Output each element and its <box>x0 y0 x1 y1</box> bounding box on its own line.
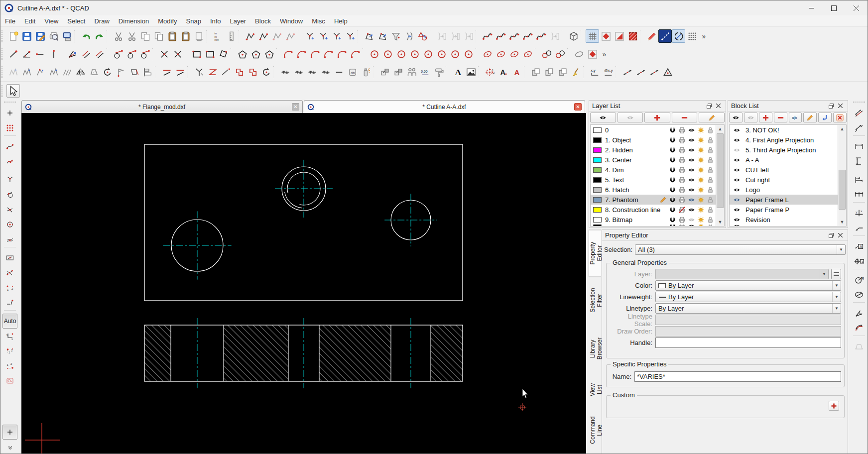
toolbar-drag-handle[interactable] <box>1 66 5 78</box>
spray-icon[interactable] <box>359 66 372 79</box>
circle-pair2-icon[interactable] <box>553 48 567 61</box>
db-icon[interactable]: db <box>346 66 359 79</box>
print-icon[interactable] <box>677 136 687 144</box>
snap-magnet-icon[interactable] <box>668 126 677 134</box>
circle-3-icon[interactable] <box>394 48 408 61</box>
revert-icon[interactable] <box>192 29 206 43</box>
menu-block[interactable]: Block <box>250 16 275 26</box>
add-layer-button[interactable] <box>644 113 670 122</box>
bracket-icon[interactable] <box>402 29 416 43</box>
menu-draw[interactable]: Draw <box>90 16 114 26</box>
clip-icon[interactable] <box>127 66 141 79</box>
layer-color-swatch[interactable] <box>593 177 602 183</box>
maximize-button[interactable] <box>823 0 845 15</box>
ellipse-iso-icon[interactable] <box>572 48 586 61</box>
chevron-icon[interactable] <box>2 440 17 454</box>
scroll-up-icon[interactable]: ▲ <box>716 125 724 133</box>
layer-row[interactable]: 7. Phantom <box>591 195 724 205</box>
lock-icon[interactable] <box>706 146 715 154</box>
visibility-eye-icon[interactable] <box>732 225 742 227</box>
dim-ordinate-icon[interactable]: xy <box>852 206 867 221</box>
snap-m21-icon[interactable]: 12 <box>2 358 17 373</box>
cut-ref-icon[interactable] <box>125 29 138 43</box>
rect-rot-icon[interactable] <box>217 48 230 61</box>
spline-1-icon[interactable] <box>481 29 494 43</box>
hide-all-blocks-button[interactable] <box>744 113 757 122</box>
block-list-float-icon[interactable] <box>827 102 836 110</box>
property-editor-close-icon[interactable] <box>836 231 845 239</box>
snap-center-icon[interactable] <box>2 217 17 232</box>
poly-transform-icon[interactable] <box>362 29 375 43</box>
snap-dist-icon[interactable] <box>2 295 17 310</box>
hide-all-layers-button[interactable] <box>618 113 643 122</box>
layer-list-scrollbar[interactable]: ▲ ▼ <box>716 125 724 226</box>
dim-rotated-icon[interactable] <box>852 120 867 135</box>
overflow-icon[interactable]: » <box>599 48 613 61</box>
handle-input[interactable] <box>655 338 841 348</box>
funnel-icon[interactable] <box>389 29 402 43</box>
layer-row[interactable]: 3. Center <box>591 155 724 165</box>
lengthen-dot-icon[interactable] <box>219 66 233 79</box>
circle-pair-icon[interactable] <box>540 48 553 61</box>
color-combo[interactable]: By Layer▼ <box>655 280 841 291</box>
overflow-icon[interactable]: » <box>699 29 712 43</box>
menu-misc[interactable]: Misc <box>307 16 330 26</box>
tangent-2-icon[interactable] <box>125 48 138 61</box>
menu-select[interactable]: Select <box>63 16 90 26</box>
box-3d-icon[interactable] <box>567 29 580 43</box>
people-icon[interactable] <box>405 66 418 79</box>
text-red-icon[interactable]: A <box>510 66 523 79</box>
visibility-eye-icon[interactable] <box>687 126 696 134</box>
snap-m12-icon[interactable]: 12 <box>2 343 17 358</box>
line-icon[interactable] <box>6 48 20 61</box>
block-row[interactable]: Cut right <box>730 175 846 185</box>
tangent-1-icon[interactable] <box>112 48 125 61</box>
bisector-icon[interactable] <box>66 48 79 61</box>
rect-icon[interactable] <box>190 48 203 61</box>
toolbar-drag-handle[interactable] <box>1 85 5 97</box>
lt-screen-icon[interactable] <box>672 29 685 43</box>
polygon-2-icon[interactable] <box>249 48 262 61</box>
visibility-eye-icon[interactable] <box>732 216 742 224</box>
scroll-down-icon[interactable]: ▼ <box>716 218 724 226</box>
flag-icon[interactable] <box>114 66 127 79</box>
print-icon[interactable] <box>677 146 687 154</box>
draft-icon[interactable] <box>658 29 672 43</box>
node-add-icon[interactable] <box>303 29 316 43</box>
dots-icon[interactable] <box>685 29 699 43</box>
undo-icon[interactable] <box>79 29 93 43</box>
block-row[interactable]: CUT left <box>730 165 846 175</box>
snap-cross-icon[interactable] <box>2 232 17 247</box>
layer-color-swatch[interactable] <box>593 147 602 153</box>
add-block-button[interactable] <box>759 113 772 122</box>
node-range-icon[interactable] <box>343 29 357 43</box>
trim-red-icon[interactable] <box>160 66 173 79</box>
skew-icon[interactable] <box>60 66 74 79</box>
sun-icon[interactable] <box>696 225 706 227</box>
dim-horizontal-icon[interactable] <box>852 139 867 154</box>
persp-icon[interactable] <box>87 66 101 79</box>
layer-row[interactable]: 2. Hidden <box>591 145 724 155</box>
measure-1-icon[interactable] <box>620 66 634 79</box>
pencil-red-icon[interactable] <box>645 29 658 43</box>
visibility-eye-icon[interactable] <box>732 176 742 184</box>
lock-icon[interactable] <box>706 126 715 134</box>
move-copy2-icon[interactable] <box>391 66 405 79</box>
block-row[interactable]: 3. NOT OK! <box>730 125 846 135</box>
arc-4-icon[interactable] <box>322 48 335 61</box>
lengthen-z-icon[interactable] <box>206 66 219 79</box>
layer-color-swatch[interactable] <box>593 127 602 133</box>
hatch-half-icon[interactable] <box>613 29 626 43</box>
layer-row[interactable]: 9. Bitmap <box>591 215 724 225</box>
snap-perp-icon[interactable] <box>2 172 17 187</box>
visibility-eye-icon[interactable] <box>732 196 742 204</box>
stretch-3-icon[interactable] <box>47 66 60 79</box>
menu-snap[interactable]: Snap <box>182 16 206 26</box>
snap-plus-icon[interactable] <box>2 106 17 120</box>
measure-2-icon[interactable] <box>634 66 647 79</box>
text-dot-icon[interactable]: A <box>496 66 510 79</box>
snap-magnet-icon[interactable] <box>668 146 677 154</box>
add-custom-property-button[interactable] <box>829 401 839 411</box>
layer-row[interactable]: 6. Hatch <box>591 185 724 195</box>
snap-magnet-icon[interactable] <box>668 225 677 227</box>
